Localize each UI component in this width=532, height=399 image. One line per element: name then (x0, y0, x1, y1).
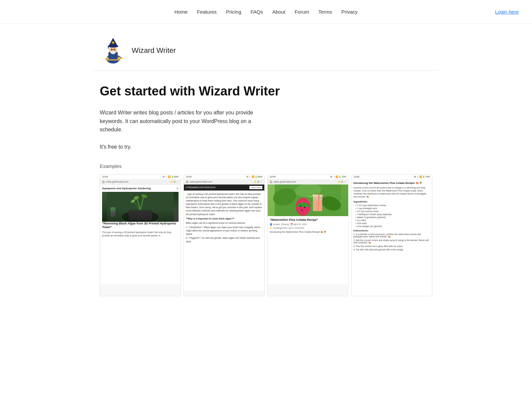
watermelon-image (268, 185, 348, 216)
logo-title: Wizard Writer (132, 46, 176, 55)
time-4: 10:06 (353, 176, 359, 178)
hero-free-text: It's free to try. (100, 144, 432, 150)
hero-title: Get started with Wizard Writer (100, 84, 432, 98)
instructions-label: Instructions: (353, 229, 430, 232)
svg-point-5 (111, 51, 115, 54)
card1-content: Aquaponic and Hydroponic Gardening ≡ (100, 185, 181, 284)
ingredient-item: • Lime wedges (for garnish) (353, 225, 430, 227)
svg-point-10 (114, 49, 115, 50)
svg-point-15 (121, 58, 123, 59)
card3-text: "Watermelon Pina Colada Recipe" 👤 recipe… (268, 216, 348, 236)
nav-faqs[interactable]: FAQs (250, 9, 263, 15)
instruction-item: 4. Top with club soda and garnish with a… (353, 248, 430, 251)
address-bar-2: 🏠 onics.greenrobot.com ⭐ ⊟ ⋮ (184, 180, 264, 185)
ingredient-item: • Club soda (353, 222, 430, 224)
examples-grid: 10:04 ⚙ ♡ 📶🔋69% 🏠 onics.greenrobot.com ⭐… (100, 174, 432, 296)
example-card-2: 10:04 ⚙ ♡ 📶🔋69% 🏠 onics.greenrobot.com ⭐… (184, 174, 265, 296)
ingredient-item: • 1/2 cup coconut cream (353, 210, 430, 212)
svg-rect-26 (110, 207, 115, 211)
login-link[interactable]: Login here (495, 9, 519, 15)
ingredient-item: • 1 1/2 cups watermelon chunks (353, 204, 430, 206)
ingredients-list: • 1 1/2 cups watermelon chunks• 1 cup pi… (353, 204, 430, 227)
svg-rect-25 (110, 208, 115, 217)
card4-recipe-intro: Introducing the Watermelon Pina Colada R… (353, 182, 430, 185)
ad-text: STREAMING EN PEACOCK (186, 186, 215, 189)
example-card-1: 10:04 ⚙ ♡ 📶🔋69% 🏠 onics.greenrobot.com ⭐… (100, 174, 181, 296)
main-nav: Home Features Pricing FAQs About Forum T… (0, 0, 532, 24)
card3-category: 📁 Uncategorized • 💬 0 Comments (270, 227, 346, 229)
phone-status-2: 10:04 ⚙ ♡ 📶🔋69% (184, 175, 264, 180)
hero-description: Wizard Writer writes blog posts / articl… (100, 108, 273, 134)
instruction-item: 1. In a blender or food processor, combi… (353, 233, 430, 238)
card2-content: ...joys of owning a 3D printed hydroponi… (184, 191, 264, 290)
address-bar-3: 🏠 cipes.greenrobot.com ⭐ ⊟ ⋮ (268, 180, 348, 185)
ingredient-item: • Splash of grenadine (optional) (353, 216, 430, 218)
card4-content: Introducing the Watermelon Pina Colada R… (351, 180, 432, 296)
card3-content: "Watermelon Pina Colada Recipe" 👤 recipe… (268, 185, 348, 284)
card3-intro: Introducing the Watermelon Pina Colada R… (270, 231, 346, 233)
icons-4: ⚙ ♡ 📶🔋70% (414, 176, 430, 178)
card3-meta: 👤 recipes_05oamg 📅 April 26, 2024 (270, 223, 346, 226)
icons-3: ⚙ ♡ 📶🔋70% (330, 176, 346, 178)
instruction-item: 2. Add the coconut cream and simple syru… (353, 239, 430, 244)
card1-plant-image (102, 192, 179, 222)
nav-links: Home Features Pricing FAQs About Forum T… (174, 9, 357, 15)
ad-button: Learn more (249, 186, 262, 189)
address-2: onics.greenrobot.com (190, 181, 212, 183)
nav-features[interactable]: Features (197, 9, 216, 15)
card4-summer-text: Summer is here and it's the perfect time… (353, 186, 430, 198)
nav-pricing[interactable]: Pricing (226, 9, 241, 15)
ingredient-item: • Ice cubes (353, 219, 430, 221)
nav-home[interactable]: Home (174, 9, 188, 15)
card1-article-body: The joys of owning a 3D printed hydropon… (102, 231, 179, 237)
address-bar-1: 🏠 onics.greenrobot.com ⭐ ⊟ ⋮ (100, 180, 181, 185)
wizard-icon (100, 37, 126, 64)
logo-section: Wizard Writer (93, 24, 439, 71)
svg-rect-36 (312, 195, 323, 197)
card1-section-title: Aquaponic and Hydroponic Gardening (102, 187, 151, 190)
svg-rect-16 (107, 192, 174, 222)
time-3: 10:05 (270, 176, 276, 178)
ingredient-item: • 1 tablespoon simple syrup (optional) (353, 213, 430, 215)
logo-image (100, 37, 126, 64)
example-card-3: 10:05 ⚙ ♡ 📶🔋70% 🏠 cipes.greenrobot.com ⭐… (267, 174, 348, 296)
svg-point-9 (111, 49, 112, 50)
ingredients-label: Ingredients: (353, 200, 430, 203)
svg-rect-18 (129, 210, 152, 220)
example-card-4: 10:06 ⚙ ♡ 📶🔋70% Introducing the Watermel… (351, 174, 432, 296)
phone-status-4: 10:06 ⚙ ♡ 📶🔋70% (351, 175, 432, 180)
card3-recipe-title: "Watermelon Pina Colada Recipe" (270, 218, 346, 222)
card2-ad: STREAMING EN PEACOCK Learn more (184, 185, 264, 191)
address-1: onics.greenrobot.com (106, 181, 128, 183)
svg-rect-38 (313, 200, 322, 211)
svg-point-17 (122, 211, 159, 222)
nav-terms[interactable]: Terms (319, 9, 332, 15)
card1-article-title: "Removing Black Algae from 3D Printed Hy… (102, 222, 179, 229)
phone-status-3: 10:05 ⚙ ♡ 📶🔋70% (268, 175, 348, 180)
time-2: 10:04 (186, 176, 192, 178)
nav-forum[interactable]: Forum (295, 9, 309, 15)
time-1: 10:04 (102, 176, 108, 178)
phone-status-1: 10:04 ⚙ ♡ 📶🔋69% (100, 175, 181, 180)
instructions-list: 1. In a blender or food processor, combi… (353, 233, 430, 251)
ingredient-item: • 1 cup pineapple juice (353, 207, 430, 209)
icons-1: ⚙ ♡ 📶🔋69% (163, 176, 179, 178)
address-3: cipes.greenrobot.com (274, 181, 296, 183)
nav-about[interactable]: About (272, 9, 285, 15)
nav-privacy[interactable]: Privacy (341, 9, 357, 15)
card2-body: ...joys of owning a 3D printed hydroponi… (186, 193, 262, 243)
main-content: Get started with Wizard Writer Wizard Wr… (93, 71, 439, 310)
icons-2: ⚙ ♡ 📶🔋69% (246, 176, 262, 178)
instruction-item: 3. Pour the mixture into a glass filled … (353, 245, 430, 247)
examples-label: Examples (100, 163, 432, 169)
